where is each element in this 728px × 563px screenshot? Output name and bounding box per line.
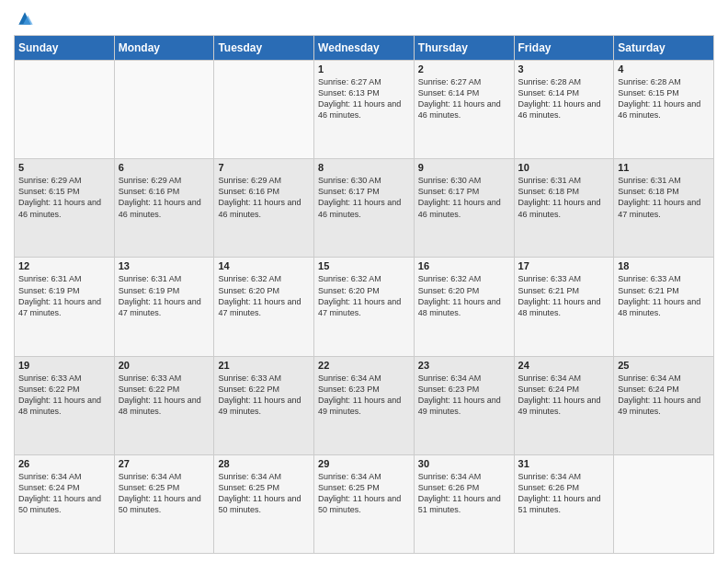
day-number: 23 [418, 360, 510, 371]
day-number: 6 [119, 162, 210, 173]
day-info: Sunrise: 6:30 AMSunset: 6:17 PMDaylight:… [318, 175, 410, 220]
day-number: 21 [218, 360, 310, 371]
day-info: Sunrise: 6:31 AMSunset: 6:18 PMDaylight:… [518, 175, 610, 220]
day-number: 27 [119, 458, 210, 469]
day-info: Sunrise: 6:29 AMSunset: 6:15 PMDaylight:… [18, 175, 110, 220]
calendar-week-3: 12Sunrise: 6:31 AMSunset: 6:19 PMDayligh… [15, 258, 714, 356]
day-number: 10 [518, 162, 610, 173]
calendar-cell: 30Sunrise: 6:34 AMSunset: 6:26 PMDayligh… [414, 454, 514, 553]
page: SundayMondayTuesdayWednesdayThursdayFrid… [0, 0, 728, 563]
day-info: Sunrise: 6:33 AMSunset: 6:22 PMDaylight:… [218, 373, 310, 418]
day-number: 9 [418, 162, 510, 173]
day-info: Sunrise: 6:33 AMSunset: 6:21 PMDaylight:… [618, 273, 710, 318]
day-info: Sunrise: 6:29 AMSunset: 6:16 PMDaylight:… [218, 175, 310, 220]
day-info: Sunrise: 6:32 AMSunset: 6:20 PMDaylight:… [418, 273, 510, 318]
day-number: 12 [18, 260, 110, 271]
weekday-header-wednesday: Wednesday [314, 36, 415, 61]
day-number: 20 [119, 360, 210, 371]
day-number: 26 [18, 458, 110, 469]
day-info: Sunrise: 6:33 AMSunset: 6:21 PMDaylight:… [518, 273, 610, 318]
weekday-header-tuesday: Tuesday [214, 36, 314, 61]
day-info: Sunrise: 6:34 AMSunset: 6:25 PMDaylight:… [218, 471, 310, 516]
day-number: 8 [318, 162, 410, 173]
day-number: 5 [18, 162, 110, 173]
calendar-cell: 31Sunrise: 6:34 AMSunset: 6:26 PMDayligh… [514, 454, 614, 553]
weekday-header-friday: Friday [514, 36, 614, 61]
weekday-header-saturday: Saturday [614, 36, 714, 61]
day-info: Sunrise: 6:29 AMSunset: 6:16 PMDaylight:… [119, 175, 210, 220]
day-number: 2 [418, 63, 510, 75]
day-number: 29 [318, 458, 410, 469]
logo-icon [16, 9, 34, 28]
day-number: 25 [618, 360, 710, 371]
day-info: Sunrise: 6:34 AMSunset: 6:23 PMDaylight:… [318, 373, 410, 418]
calendar-cell: 21Sunrise: 6:33 AMSunset: 6:22 PMDayligh… [214, 356, 314, 454]
day-number: 28 [218, 458, 310, 469]
calendar-cell: 23Sunrise: 6:34 AMSunset: 6:23 PMDayligh… [414, 356, 514, 454]
day-number: 30 [418, 458, 510, 469]
calendar-cell: 12Sunrise: 6:31 AMSunset: 6:19 PMDayligh… [15, 258, 115, 356]
day-info: Sunrise: 6:27 AMSunset: 6:13 PMDaylight:… [318, 76, 410, 121]
calendar-cell: 2Sunrise: 6:27 AMSunset: 6:14 PMDaylight… [414, 61, 514, 159]
calendar-cell: 25Sunrise: 6:34 AMSunset: 6:24 PMDayligh… [614, 356, 714, 454]
day-number: 16 [418, 260, 510, 271]
calendar-cell: 13Sunrise: 6:31 AMSunset: 6:19 PMDayligh… [114, 258, 214, 356]
calendar-cell: 20Sunrise: 6:33 AMSunset: 6:22 PMDayligh… [114, 356, 214, 454]
calendar-week-4: 19Sunrise: 6:33 AMSunset: 6:22 PMDayligh… [15, 356, 714, 454]
day-info: Sunrise: 6:32 AMSunset: 6:20 PMDaylight:… [318, 273, 410, 318]
day-number: 24 [518, 360, 610, 371]
header [14, 9, 714, 28]
day-number: 19 [18, 360, 110, 371]
day-number: 15 [318, 260, 410, 271]
calendar-cell: 1Sunrise: 6:27 AMSunset: 6:13 PMDaylight… [314, 61, 415, 159]
calendar-cell: 19Sunrise: 6:33 AMSunset: 6:22 PMDayligh… [15, 356, 115, 454]
calendar-cell: 3Sunrise: 6:28 AMSunset: 6:14 PMDaylight… [514, 61, 614, 159]
day-number: 22 [318, 360, 410, 371]
calendar-table: SundayMondayTuesdayWednesdayThursdayFrid… [14, 35, 714, 554]
calendar-cell: 11Sunrise: 6:31 AMSunset: 6:18 PMDayligh… [614, 159, 714, 258]
day-number: 1 [318, 63, 410, 75]
day-number: 11 [618, 162, 710, 173]
calendar-cell: 28Sunrise: 6:34 AMSunset: 6:25 PMDayligh… [214, 454, 314, 553]
calendar-cell: 8Sunrise: 6:30 AMSunset: 6:17 PMDaylight… [314, 159, 415, 258]
day-number: 17 [518, 260, 610, 271]
calendar-week-5: 26Sunrise: 6:34 AMSunset: 6:24 PMDayligh… [15, 454, 714, 553]
day-info: Sunrise: 6:32 AMSunset: 6:20 PMDaylight:… [218, 273, 310, 318]
calendar-cell: 26Sunrise: 6:34 AMSunset: 6:24 PMDayligh… [15, 454, 115, 553]
day-info: Sunrise: 6:31 AMSunset: 6:19 PMDaylight:… [18, 273, 110, 318]
calendar-cell: 7Sunrise: 6:29 AMSunset: 6:16 PMDaylight… [214, 159, 314, 258]
calendar-cell: 4Sunrise: 6:28 AMSunset: 6:15 PMDaylight… [614, 61, 714, 159]
day-info: Sunrise: 6:34 AMSunset: 6:24 PMDaylight:… [18, 471, 110, 516]
calendar-cell [214, 61, 314, 159]
day-number: 31 [518, 458, 610, 469]
day-info: Sunrise: 6:34 AMSunset: 6:24 PMDaylight:… [518, 373, 610, 418]
day-number: 14 [218, 260, 310, 271]
calendar-cell: 24Sunrise: 6:34 AMSunset: 6:24 PMDayligh… [514, 356, 614, 454]
calendar-cell: 29Sunrise: 6:34 AMSunset: 6:25 PMDayligh… [314, 454, 415, 553]
day-number: 18 [618, 260, 710, 271]
weekday-header-thursday: Thursday [414, 36, 514, 61]
calendar-body: 1Sunrise: 6:27 AMSunset: 6:13 PMDaylight… [15, 61, 714, 554]
day-number: 3 [518, 63, 610, 75]
calendar-cell [114, 61, 214, 159]
weekday-header-monday: Monday [114, 36, 214, 61]
calendar-cell: 17Sunrise: 6:33 AMSunset: 6:21 PMDayligh… [514, 258, 614, 356]
day-info: Sunrise: 6:34 AMSunset: 6:25 PMDaylight:… [119, 471, 210, 516]
weekday-row: SundayMondayTuesdayWednesdayThursdayFrid… [15, 36, 714, 61]
day-info: Sunrise: 6:30 AMSunset: 6:17 PMDaylight:… [418, 175, 510, 220]
weekday-header-sunday: Sunday [15, 36, 115, 61]
day-number: 7 [218, 162, 310, 173]
day-info: Sunrise: 6:31 AMSunset: 6:18 PMDaylight:… [618, 175, 710, 220]
day-info: Sunrise: 6:34 AMSunset: 6:24 PMDaylight:… [618, 373, 710, 418]
day-info: Sunrise: 6:34 AMSunset: 6:23 PMDaylight:… [418, 373, 510, 418]
day-info: Sunrise: 6:28 AMSunset: 6:14 PMDaylight:… [518, 76, 610, 121]
day-info: Sunrise: 6:33 AMSunset: 6:22 PMDaylight:… [18, 373, 110, 418]
day-info: Sunrise: 6:34 AMSunset: 6:26 PMDaylight:… [418, 471, 510, 516]
calendar-cell: 14Sunrise: 6:32 AMSunset: 6:20 PMDayligh… [214, 258, 314, 356]
calendar-week-1: 1Sunrise: 6:27 AMSunset: 6:13 PMDaylight… [15, 61, 714, 159]
calendar-cell: 6Sunrise: 6:29 AMSunset: 6:16 PMDaylight… [114, 159, 214, 258]
calendar-cell: 16Sunrise: 6:32 AMSunset: 6:20 PMDayligh… [414, 258, 514, 356]
calendar-cell: 27Sunrise: 6:34 AMSunset: 6:25 PMDayligh… [114, 454, 214, 553]
day-number: 4 [618, 63, 710, 75]
day-info: Sunrise: 6:27 AMSunset: 6:14 PMDaylight:… [418, 76, 510, 121]
